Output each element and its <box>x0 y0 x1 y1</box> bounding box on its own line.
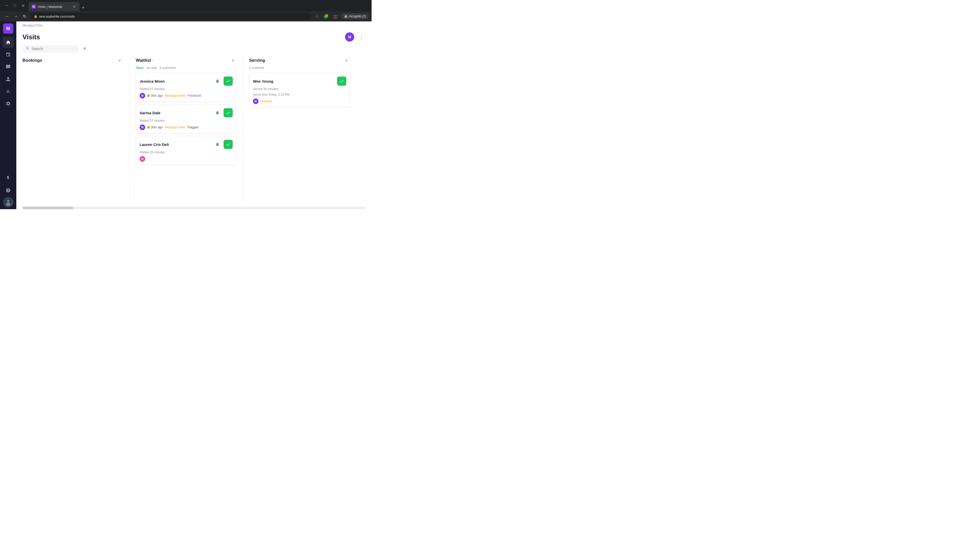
lauren-waited: Waited 26 minutes <box>140 151 233 154</box>
lauren-card-actions <box>213 140 233 149</box>
new-tab-button[interactable]: + <box>80 4 87 11</box>
serving-title-area: Serving › <box>249 58 267 63</box>
serving-status-text: 1 customer <box>249 66 264 70</box>
incognito-icon: 🕵 <box>344 14 348 18</box>
url-bar[interactable]: 🔒 new.waitwhile.com/visits <box>30 13 311 20</box>
lauren-cris-deli-name: Lauren Cris Deli <box>140 142 169 147</box>
analytics-icon <box>6 89 11 94</box>
bookmark-button[interactable]: ☆ <box>313 12 321 21</box>
waitlist-column-header: Waitlist › + <box>136 56 237 64</box>
jessica-waited: Waited 57 minutes <box>140 87 233 91</box>
bookings-column-header: Bookings › + <box>22 56 123 64</box>
scrollbar-thumb[interactable] <box>22 206 73 209</box>
sidebar-user-avatar[interactable] <box>3 197 13 207</box>
sidebar-item-analytics[interactable] <box>3 86 14 97</box>
calendar-icon <box>6 52 11 57</box>
main-content: Moodjoy7434 Visits M ⋮ <box>16 21 372 209</box>
jessica-time-ago: 30m ago <box>151 94 163 97</box>
account-label: Moodjoy7434 <box>16 21 372 27</box>
address-bar: ← → ↻ 🔒 new.waitwhile.com/visits ☆ 🧩 ◫ 🕵… <box>0 11 372 21</box>
wee-young-check-button[interactable] <box>337 76 346 86</box>
header-actions: M ⋮ <box>345 32 366 41</box>
visit-card-sarina-dale[interactable]: Sarina Dale <box>136 104 237 133</box>
horizontal-scrollbar[interactable] <box>22 206 366 209</box>
settings-icon <box>6 101 11 106</box>
close-button[interactable]: ✕ <box>19 2 27 9</box>
card-row-jessica: Jessica Moon <box>140 76 233 86</box>
sidebar: M <box>0 21 16 209</box>
sidebar-item-chat[interactable] <box>3 61 14 73</box>
waitlist-column: Waitlist › + Open · 1m wait · 3 customer… <box>136 56 243 203</box>
waitlist-add-button[interactable]: + <box>229 57 237 64</box>
wee-young-serve-time: Serve time Today, 3:15 PM <box>253 93 346 97</box>
jessica-card-actions <box>213 76 233 86</box>
minimize-button[interactable]: ─ <box>3 2 10 9</box>
bell-icon <box>215 142 220 147</box>
jessica-moon-name: Jessica Moon <box>140 79 165 83</box>
app-layout: M <box>0 21 372 209</box>
active-tab[interactable]: M Visits | Waitwhile ✕ <box>29 2 80 11</box>
reload-button[interactable]: ↻ <box>21 12 29 21</box>
address-actions: ☆ 🧩 ◫ <box>313 12 339 21</box>
toolbar <box>16 44 372 56</box>
sarina-check-button[interactable] <box>224 108 233 118</box>
lauren-avatar: M <box>140 156 145 162</box>
kanban-board: Bookings › + Waitlist › + Open <box>16 56 372 206</box>
jessica-check-button[interactable] <box>224 76 233 86</box>
card-row-sarina: Sarina Dale <box>140 108 233 118</box>
card-row-wee-young: Wee Young <box>253 76 346 86</box>
home-icon <box>6 40 11 45</box>
sarina-bell-button[interactable] <box>213 109 221 117</box>
sidebar-item-lightning[interactable] <box>3 172 14 184</box>
incognito-badge[interactable]: 🕵 Incognito (2) <box>342 14 369 19</box>
lock-icon: 🔒 <box>34 14 38 18</box>
bell-icon <box>215 110 220 115</box>
url-text: new.waitwhile.com/visits <box>39 14 75 18</box>
tab-title: Visits | Waitwhile <box>38 5 62 9</box>
serving-status: 1 customer <box>249 66 350 70</box>
wee-young-badge: Delayed <box>261 100 272 103</box>
sidebar-item-help[interactable] <box>3 185 14 196</box>
lauren-bell-button[interactable] <box>213 140 221 148</box>
sidebar-bottom <box>3 172 14 207</box>
serving-column: Serving › + 1 customer Wee Young <box>249 56 356 203</box>
sidebar-toggle-button[interactable]: ◫ <box>331 12 339 21</box>
sidebar-item-home[interactable] <box>3 37 14 48</box>
filter-icon <box>83 47 87 51</box>
sarina-meta: M 30m ago Message failed Flagged <box>140 124 233 130</box>
visit-card-jessica-moon[interactable]: Jessica Moon <box>136 73 237 102</box>
forward-button[interactable]: → <box>12 12 20 21</box>
lauren-check-button[interactable] <box>224 140 233 149</box>
serving-chevron-icon: › <box>266 59 267 62</box>
waitlist-status-open: Open <box>136 66 144 70</box>
bookings-chevron-icon: › <box>44 59 45 62</box>
jessica-bell-button[interactable] <box>213 77 221 85</box>
bookings-add-button[interactable]: + <box>116 57 123 64</box>
bell-icon <box>215 79 220 83</box>
tab-close-button[interactable]: ✕ <box>72 4 76 9</box>
serving-title: Serving <box>249 58 265 63</box>
visit-card-wee-young[interactable]: Wee Young Served 56 minutes Serve time T… <box>249 73 350 107</box>
waitlist-status-text: · 1m wait · 3 customers <box>145 66 176 70</box>
sidebar-item-settings[interactable] <box>3 98 14 109</box>
more-options-button[interactable]: ⋮ <box>357 33 366 41</box>
back-button[interactable]: ← <box>3 12 11 21</box>
filter-button[interactable] <box>81 44 89 53</box>
sarina-badge: Flagged <box>187 125 198 129</box>
visit-card-lauren-cris-deli[interactable]: Lauren Cris Deli <box>136 136 237 165</box>
jessica-meta: M 30m ago Message failed Prioritized <box>140 93 233 98</box>
header-user-avatar[interactable]: M <box>345 32 354 41</box>
serving-add-button[interactable]: + <box>343 57 350 64</box>
waitlist-title: Waitlist <box>136 58 151 63</box>
sidebar-item-users[interactable] <box>3 73 14 85</box>
browser-chrome: ─ □ ✕ M Visits | Waitwhile ✕ + <box>0 0 372 11</box>
bookings-column: Bookings › + <box>22 56 130 203</box>
sarina-time: 30m ago <box>147 125 163 129</box>
sidebar-logo[interactable]: M <box>3 24 13 34</box>
search-input[interactable] <box>32 47 70 51</box>
nav-buttons: ← → ↻ <box>3 12 29 21</box>
sidebar-item-calendar[interactable] <box>3 49 14 60</box>
maximize-button[interactable]: □ <box>11 2 18 9</box>
wee-young-served: Served 56 minutes <box>253 87 346 91</box>
extensions-button[interactable]: 🧩 <box>322 12 330 21</box>
